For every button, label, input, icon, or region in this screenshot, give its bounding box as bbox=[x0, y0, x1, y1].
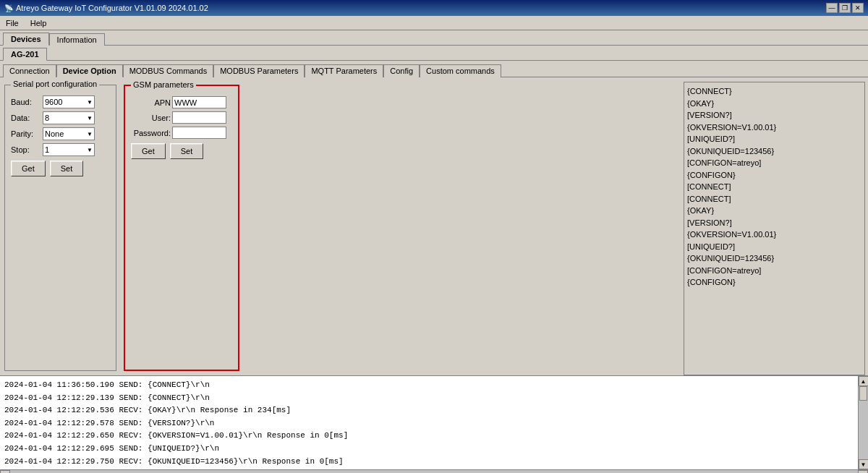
serial-get-button[interactable]: Get bbox=[11, 161, 46, 176]
baud-value: 9600 bbox=[45, 98, 62, 106]
right-log-line: [UNIQUEID?] bbox=[687, 241, 861, 253]
apn-label: APN bbox=[131, 98, 171, 107]
scroll-thumb[interactable] bbox=[859, 386, 867, 401]
device-tabs: AG-201 bbox=[0, 46, 868, 61]
app-icon: 📡 bbox=[4, 4, 13, 12]
left-panel: Serial port configuration Baud: 9600 ▼ D… bbox=[0, 77, 684, 375]
right-log-line: {CONFIGON} bbox=[687, 169, 861, 182]
menu-help[interactable]: Help bbox=[27, 18, 50, 28]
stop-value: 1 bbox=[45, 145, 49, 154]
right-log-line: [CONFIGON=atreyo] bbox=[687, 265, 861, 277]
bottom-log-line: 2024-01-04 12:12:29.536 RECV: {OKAY}\r\n… bbox=[4, 404, 854, 417]
parity-label: Parity: bbox=[11, 129, 40, 138]
user-row: User: bbox=[131, 111, 232, 124]
right-log-line: [CONNECT] bbox=[687, 193, 861, 205]
tab-custom-commands[interactable]: Custom commands bbox=[420, 64, 501, 77]
baud-label: Baud: bbox=[11, 98, 40, 106]
right-log-line: {CONNECT} bbox=[687, 85, 861, 98]
bottom-log-line: 2024-01-04 12:12:29.695 SEND: {UNIQUEID?… bbox=[4, 443, 854, 456]
user-input[interactable] bbox=[172, 111, 226, 124]
right-log-line: {OKVERSION=V1.00.01} bbox=[687, 229, 861, 241]
serial-port-group: Serial port configuration Baud: 9600 ▼ D… bbox=[4, 85, 116, 371]
right-log-panel: {CONNECT}{OKAY}[VERSION?]{OKVERSION=V1.0… bbox=[684, 82, 865, 375]
password-label: Password: bbox=[131, 129, 171, 137]
h-scroll-left-button[interactable]: ◄ bbox=[0, 470, 10, 474]
baud-arrow: ▼ bbox=[87, 99, 93, 106]
gsm-btn-row: Get Set bbox=[131, 143, 232, 159]
right-log-line: {OKAY} bbox=[687, 205, 861, 217]
content-area: Serial port configuration Baud: 9600 ▼ D… bbox=[0, 77, 868, 375]
right-log-line: {OKAY} bbox=[687, 98, 861, 110]
close-button[interactable]: ✕ bbox=[852, 3, 864, 13]
serial-port-legend: Serial port configuration bbox=[11, 80, 99, 88]
right-log-line: [VERSION?] bbox=[687, 217, 861, 229]
h-scroll-track bbox=[10, 470, 858, 473]
right-log-line: [UNIQUEID?] bbox=[687, 133, 861, 145]
baud-dropdown[interactable]: 9600 ▼ bbox=[43, 95, 95, 108]
data-arrow: ▼ bbox=[87, 115, 93, 122]
tab-devices[interactable]: Devices bbox=[3, 33, 49, 46]
stop-row: Stop: 1 ▼ bbox=[11, 143, 110, 156]
apn-input[interactable] bbox=[172, 96, 226, 108]
tab-connection[interactable]: Connection bbox=[3, 64, 56, 77]
apn-row: APN bbox=[131, 96, 232, 108]
app-title: Atreyo Gateway IoT Configurator V1.01.09… bbox=[16, 4, 208, 12]
gsm-get-button[interactable]: Get bbox=[131, 143, 166, 159]
minimize-button[interactable]: — bbox=[826, 3, 838, 13]
gsm-parameters-group: GSM parameters APN User: Password: Get S… bbox=[124, 85, 239, 371]
bottom-log-area: 2024-01-04 11:36:50.190 SEND: {CONNECT}\… bbox=[0, 375, 868, 469]
stop-label: Stop: bbox=[11, 145, 40, 154]
menu-file[interactable]: File bbox=[3, 18, 22, 28]
h-scrollbar: ◄ ► bbox=[0, 469, 868, 473]
bottom-log-content: 2024-01-04 11:36:50.190 SEND: {CONNECT}\… bbox=[0, 376, 858, 469]
tab-mqtt-parameters[interactable]: MQTT Parameters bbox=[305, 64, 383, 77]
scroll-track bbox=[859, 386, 868, 459]
password-row: Password: bbox=[131, 127, 232, 139]
right-log-line: [CONFIGON=atreyo] bbox=[687, 157, 861, 169]
user-label: User: bbox=[131, 114, 171, 122]
data-row: Data: 8 ▼ bbox=[11, 111, 110, 124]
bottom-log-line: 2024-01-04 11:36:50.190 SEND: {CONNECT}\… bbox=[4, 379, 854, 392]
sub-tabs: Connection Device Option MODBUS Commands… bbox=[0, 61, 868, 77]
right-log-line: {CONFIGON} bbox=[687, 276, 861, 289]
serial-set-button[interactable]: Set bbox=[50, 161, 84, 176]
tab-config[interactable]: Config bbox=[383, 64, 420, 77]
bottom-log-line: 2024-01-04 12:12:29.578 SEND: {VERSION?}… bbox=[4, 417, 854, 430]
stop-arrow: ▼ bbox=[87, 147, 93, 153]
data-value: 8 bbox=[45, 114, 49, 122]
right-log-line: {OKVERSION=V1.00.01} bbox=[687, 122, 861, 134]
restore-button[interactable]: ❐ bbox=[839, 3, 851, 13]
baud-row: Baud: 9600 ▼ bbox=[11, 95, 110, 108]
tab-modbus-parameters[interactable]: MODBUS Parameters bbox=[213, 64, 305, 77]
main-tabs: Devices Information bbox=[0, 30, 868, 46]
parity-dropdown[interactable]: None ▼ bbox=[43, 127, 95, 140]
right-log-line: {OKUNIQUEID=123456} bbox=[687, 252, 861, 265]
scroll-down-button[interactable]: ▼ bbox=[859, 459, 869, 469]
title-bar: 📡 Atreyo Gateway IoT Configurator V1.01.… bbox=[0, 0, 868, 16]
tab-device-option[interactable]: Device Option bbox=[56, 64, 123, 77]
bottom-log-line: 2024-01-04 12:12:29.650 RECV: {OKVERSION… bbox=[4, 430, 854, 443]
h-scroll-right-button[interactable]: ► bbox=[858, 470, 868, 474]
tab-information[interactable]: Information bbox=[49, 33, 105, 46]
password-input[interactable] bbox=[172, 127, 226, 139]
data-label: Data: bbox=[11, 114, 40, 122]
data-dropdown[interactable]: 8 ▼ bbox=[43, 111, 95, 124]
bottom-log-line: 2024-01-04 12:12:29.750 RECV: {OKUNIQUEI… bbox=[4, 456, 854, 469]
device-tab-ag201[interactable]: AG-201 bbox=[3, 48, 47, 61]
menu-bar: File Help bbox=[0, 16, 868, 30]
tab-modbus-commands[interactable]: MODBUS Commands bbox=[123, 64, 214, 77]
right-log-line: {OKUNIQUEID=123456} bbox=[687, 145, 861, 158]
parity-arrow: ▼ bbox=[87, 131, 93, 137]
right-log-line: [VERSION?] bbox=[687, 109, 861, 122]
parity-value: None bbox=[45, 129, 64, 138]
title-bar-left: 📡 Atreyo Gateway IoT Configurator V1.01.… bbox=[4, 4, 208, 12]
right-log-line: [CONNECT] bbox=[687, 181, 861, 193]
scroll-up-button[interactable]: ▲ bbox=[859, 376, 869, 386]
bottom-log-line: 2024-01-04 12:12:31.117 SEND: {CONFIGON=… bbox=[4, 468, 854, 469]
gsm-set-button[interactable]: Set bbox=[170, 143, 204, 159]
serial-btn-row: Get Set bbox=[11, 161, 110, 176]
gsm-legend: GSM parameters bbox=[131, 80, 196, 89]
bottom-log-line: 2024-01-04 12:12:29.139 SEND: {CONNECT}\… bbox=[4, 392, 854, 405]
parity-row: Parity: None ▼ bbox=[11, 127, 110, 140]
stop-dropdown[interactable]: 1 ▼ bbox=[43, 143, 95, 156]
